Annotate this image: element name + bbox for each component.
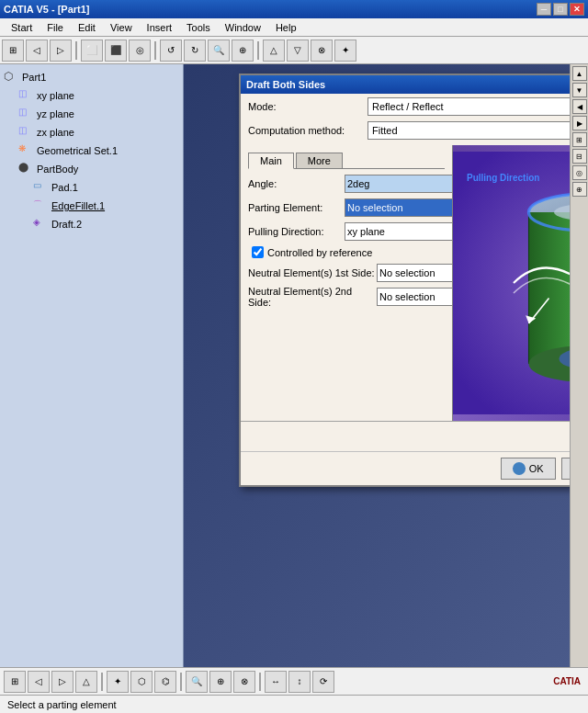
- viewport[interactable]: Z X Y Draft Both Sides ─: [184, 64, 570, 667]
- sidebar-btn-4[interactable]: ▶: [572, 116, 587, 130]
- dialog-less-row: <<Less: [241, 421, 570, 451]
- tab-more[interactable]: More: [296, 153, 343, 168]
- sidebar-btn-6[interactable]: ⊟: [572, 149, 587, 164]
- toolbar-btn-5[interactable]: ⬛: [105, 40, 127, 62]
- close-button[interactable]: ✕: [570, 3, 584, 16]
- parting-row: Parting Element:: [248, 198, 445, 217]
- catia-watermark: CATIA: [553, 676, 584, 686]
- toolbar-sep-2: [154, 41, 156, 60]
- bottom-btn-7[interactable]: ⌬: [154, 671, 176, 693]
- toolbar-btn-2[interactable]: ◁: [26, 40, 48, 62]
- title-bar-controls: ─ □ ✕: [537, 3, 584, 16]
- dialog-tabs: Main More: [248, 153, 445, 169]
- bottom-btn-3[interactable]: ▷: [51, 671, 74, 693]
- sidebar-btn-1[interactable]: ▲: [572, 66, 587, 81]
- bottom-btn-5[interactable]: ✦: [107, 671, 129, 693]
- dialog-title-bar: Draft Both Sides ─ □ ✕: [241, 75, 570, 94]
- mode-select[interactable]: Reflect / Reflect: [368, 97, 570, 116]
- sidebar-btn-2[interactable]: ▼: [572, 83, 587, 97]
- cancel-button[interactable]: Cancel: [561, 458, 570, 480]
- sidebar-btn-3[interactable]: ◀: [572, 99, 587, 114]
- angle-label: Angle:: [248, 178, 345, 189]
- sidebar-btn-8[interactable]: ⊕: [572, 182, 587, 197]
- pad-icon: ▭: [33, 180, 48, 195]
- computation-select[interactable]: Fitted: [368, 121, 570, 140]
- toolbar-btn-14[interactable]: ✦: [334, 40, 356, 62]
- neutral-2nd-label: Neutral Element(s) 2nd Side:: [248, 286, 377, 308]
- minimize-button[interactable]: ─: [537, 3, 551, 16]
- tree-item-draft[interactable]: ◈ Draft.2: [4, 215, 179, 233]
- menu-edit[interactable]: Edit: [71, 20, 103, 35]
- toolbar-btn-6[interactable]: ◎: [129, 40, 151, 62]
- toolbar-sep-1: [75, 41, 77, 60]
- tree-item-partbody[interactable]: ⬤ PartBody: [4, 160, 179, 178]
- menu-file[interactable]: File: [40, 20, 71, 35]
- plane-icon-xy: ◫: [18, 88, 33, 103]
- controlled-checkbox[interactable]: [252, 246, 264, 258]
- dialog-body: Main More Angle: ⇕ Parting Element:: [241, 145, 570, 421]
- tree-item-fillet[interactable]: ⌒ EdgeFillet.1: [4, 197, 179, 215]
- bottom-btn-13[interactable]: ⟳: [312, 671, 334, 693]
- bottom-btn-11[interactable]: ↔: [265, 671, 287, 693]
- toolbar-btn-7[interactable]: ↺: [160, 40, 182, 62]
- toolbar-btn-4[interactable]: ⬜: [81, 40, 103, 62]
- tree-item-yz[interactable]: ◫ yz plane: [4, 105, 179, 123]
- bottom-toolbar: ⊞ ◁ ▷ △ ✦ ⬡ ⌬ 🔍 ⊕ ⊗ ↔ ↕ ⟳ CATIA: [0, 667, 588, 695]
- neutral-1st-row: Neutral Element(s) 1st Side: ⊕: [248, 264, 445, 282]
- tree-item-xy[interactable]: ◫ xy plane: [4, 86, 179, 105]
- bottom-btn-8[interactable]: 🔍: [186, 671, 208, 693]
- tree-panel: ⬡ Part1 ◫ xy plane ◫ yz plane ◫ zx plane…: [0, 64, 184, 667]
- draft-dialog: Draft Both Sides ─ □ ✕ Mode: Reflect / R…: [239, 74, 570, 487]
- tab-main[interactable]: Main: [248, 153, 294, 169]
- menu-view[interactable]: View: [103, 20, 140, 35]
- title-bar-text: CATIA V5 - [Part1]: [4, 4, 90, 15]
- neutral-2nd-row: Neutral Element(s) 2nd Side: ⊕: [248, 286, 445, 308]
- menu-start[interactable]: Start: [4, 20, 40, 35]
- toolbar-btn-10[interactable]: ⊕: [232, 40, 254, 62]
- parting-label: Parting Element:: [248, 202, 345, 213]
- toolbar-sep-3: [257, 41, 259, 60]
- tree-item-zx[interactable]: ◫ zx plane: [4, 123, 179, 141]
- sidebar-btn-5[interactable]: ⊞: [572, 132, 587, 147]
- maximize-button[interactable]: □: [553, 3, 568, 16]
- svg-rect-14: [529, 212, 571, 364]
- tree-item-geoset[interactable]: ❋ Geometrical Set.1: [4, 141, 179, 160]
- body-icon: ⬤: [18, 162, 33, 176]
- ok-button[interactable]: OK: [501, 458, 556, 480]
- dialog-form: Main More Angle: ⇕ Parting Element:: [241, 145, 452, 421]
- pulling-label: Pulling Direction:: [248, 226, 345, 237]
- mode-row: Mode: Reflect / Reflect: [248, 97, 570, 116]
- tree-item-part1[interactable]: ⬡ Part1: [4, 68, 179, 86]
- tree-item-pad[interactable]: ▭ Pad.1: [4, 178, 179, 197]
- dialog-preview: Neutral 1st side Pulling Direction Neutr…: [452, 145, 570, 421]
- dialog-footer: OK Cancel Preview: [241, 451, 570, 485]
- menu-help[interactable]: Help: [268, 20, 304, 35]
- sidebar-btn-7[interactable]: ◎: [572, 165, 587, 180]
- bottom-btn-9[interactable]: ⊕: [209, 671, 232, 693]
- part-icon: ⬡: [4, 70, 18, 85]
- menu-insert[interactable]: Insert: [140, 20, 180, 35]
- toolbar-btn-11[interactable]: △: [263, 40, 285, 62]
- bottom-btn-4[interactable]: △: [75, 671, 97, 693]
- neutral-1st-label: Neutral Element(s) 1st Side:: [248, 267, 377, 278]
- bottom-btn-1[interactable]: ⊞: [4, 671, 26, 693]
- controlled-label: Controlled by reference: [267, 247, 372, 258]
- bottom-btn-10[interactable]: ⊗: [233, 671, 255, 693]
- toolbar-btn-1[interactable]: ⊞: [2, 40, 24, 62]
- plane-icon-zx: ◫: [18, 125, 33, 140]
- dialog-title-text: Draft Both Sides: [246, 79, 325, 90]
- controlled-row: Controlled by reference: [248, 246, 445, 258]
- fillet-icon: ⌒: [33, 198, 48, 213]
- status-message: Select a parting element: [7, 699, 117, 710]
- status-bar: Select a parting element: [0, 695, 588, 713]
- menu-window[interactable]: Window: [218, 20, 268, 35]
- menu-tools[interactable]: Tools: [179, 20, 218, 35]
- toolbar-btn-13[interactable]: ⊗: [311, 40, 333, 62]
- bottom-btn-12[interactable]: ↕: [288, 671, 311, 693]
- toolbar-btn-9[interactable]: 🔍: [208, 40, 230, 62]
- bottom-btn-2[interactable]: ◁: [28, 671, 50, 693]
- toolbar-btn-3[interactable]: ▷: [50, 40, 72, 62]
- toolbar-btn-12[interactable]: ▽: [287, 40, 309, 62]
- bottom-btn-6[interactable]: ⬡: [130, 671, 153, 693]
- toolbar-btn-8[interactable]: ↻: [184, 40, 206, 62]
